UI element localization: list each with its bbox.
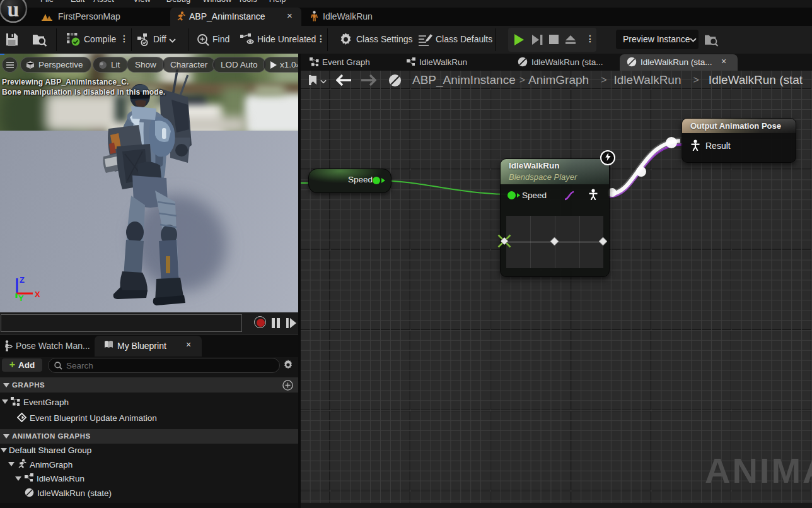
svg-text:u: u bbox=[8, 0, 20, 21]
svg-text:Z: Z bbox=[20, 275, 25, 285]
svg-text:X: X bbox=[35, 290, 40, 299]
svg-text:Y: Y bbox=[18, 293, 24, 302]
